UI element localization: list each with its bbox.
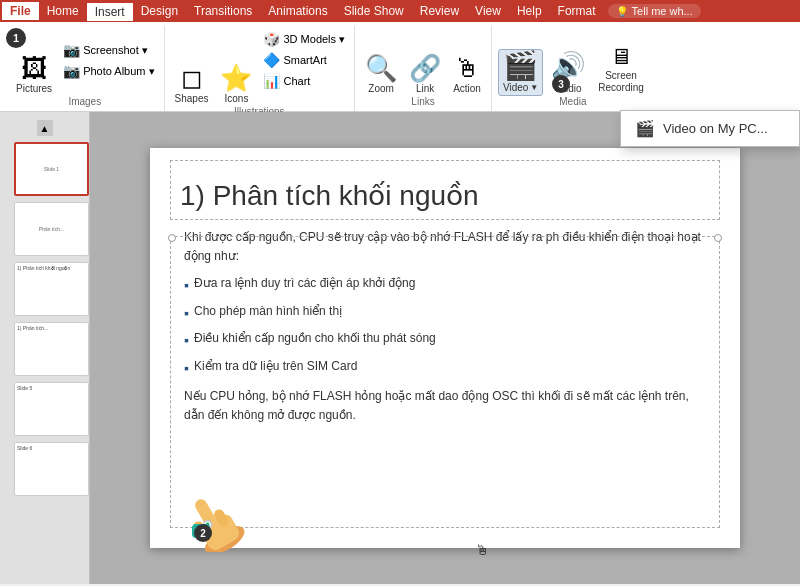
slide-intro: Khi được cấp nguồn, CPU sẽ truy cập vào … xyxy=(184,228,706,266)
slide-body: Khi được cấp nguồn, CPU sẽ truy cập vào … xyxy=(180,228,710,425)
screenshot-btn[interactable]: 📷 Screenshot ▾ xyxy=(60,41,157,59)
media-group: 3 🎬 Video ▼ 🔊 Audio 🖥 ScreenRecording Me… xyxy=(492,26,654,111)
slide-thumb-3[interactable]: 1) Phân tích khối nguồn 3 xyxy=(14,262,89,316)
step1-badge: 1 xyxy=(6,28,26,48)
bullet-4: ▪ Kiểm tra dữ liệu trên SIM Card xyxy=(184,357,706,379)
slide-thumb-4[interactable]: 1) Phân tích... 4 xyxy=(14,322,89,376)
video-dropdown: 🎬 Video on My PC... xyxy=(620,110,800,147)
icons-btn[interactable]: ⭐ Icons xyxy=(216,63,256,106)
menu-format[interactable]: Format xyxy=(550,2,604,20)
slide-footer: Nếu CPU hỏng, bộ nhớ FLASH hỏng hoặc mất… xyxy=(184,387,706,425)
slide-thumb-5[interactable]: Slide 5 5 xyxy=(14,382,89,436)
shapes-btn[interactable]: ◻ Shapes xyxy=(171,63,213,106)
chart-btn[interactable]: 📊 Chart xyxy=(260,72,348,90)
main-area: ▲ Slide 1 1 Phân tích... 2 1) Phân tích … xyxy=(0,112,800,584)
menu-insert[interactable]: Insert xyxy=(87,1,133,21)
illustrations-group: ◻ Shapes ⭐ Icons 🎲 3D Models ▾ 🔷 SmartAr… xyxy=(165,26,356,111)
pictures-btn[interactable]: 🖼 Pictures xyxy=(12,53,56,96)
canvas-area: 1) Phân tích khối nguồn Khi được cấp ngu… xyxy=(90,112,800,584)
bullet-1: ▪ Đưa ra lệnh duy trì các điện áp khởi đ… xyxy=(184,274,706,296)
smartart-btn[interactable]: 🔷 SmartArt xyxy=(260,51,348,69)
menu-home[interactable]: Home xyxy=(39,2,87,20)
bullet-2: ▪ Cho phép màn hình hiển thị xyxy=(184,302,706,324)
screen-recording-btn[interactable]: 🖥 ScreenRecording xyxy=(594,40,648,96)
menu-slideshow[interactable]: Slide Show xyxy=(336,2,412,20)
tell-me-box[interactable]: 💡 Tell me wh... xyxy=(608,4,701,18)
bullet-3: ▪ Điều khiển cấp nguồn cho khối thu phát… xyxy=(184,329,706,351)
video-btn[interactable]: 🎬 Video ▼ xyxy=(498,49,543,96)
images-group: 🖼 Pictures 📷 Screenshot ▾ 📷 Photo Album … xyxy=(6,26,165,111)
images-group-label: Images xyxy=(12,96,158,111)
slide-thumb-2[interactable]: Phân tích... 2 xyxy=(14,202,89,256)
slide-title: 1) Phân tích khối nguồn xyxy=(180,179,710,212)
menu-view[interactable]: View xyxy=(467,2,509,20)
menu-transitions[interactable]: Transitions xyxy=(186,2,260,20)
menu-animations[interactable]: Animations xyxy=(260,2,335,20)
zoom-btn[interactable]: 🔍 Zoom xyxy=(361,53,401,96)
slide-canvas: 1) Phân tích khối nguồn Khi được cấp ngu… xyxy=(150,148,740,548)
menu-help[interactable]: Help xyxy=(509,2,550,20)
slide-thumb-6[interactable]: Slide 6 6 xyxy=(14,442,89,496)
link-btn[interactable]: 🔗 Link xyxy=(405,53,445,96)
photoalbum-btn[interactable]: 📷 Photo Album ▾ xyxy=(60,62,157,80)
screenshot-photoalbum-col: 📷 Screenshot ▾ 📷 Photo Album ▾ xyxy=(60,41,157,96)
slide-panel: ▲ Slide 1 1 Phân tích... 2 1) Phân tích … xyxy=(0,112,90,584)
step3-badge: 3 xyxy=(552,75,570,93)
links-group-label: Links xyxy=(361,96,485,111)
menu-design[interactable]: Design xyxy=(133,2,186,20)
illustrations-small-col: 🎲 3D Models ▾ 🔷 SmartArt 📊 Chart xyxy=(260,30,348,106)
3dmodels-btn[interactable]: 🎲 3D Models ▾ xyxy=(260,30,348,48)
video-on-pc-item[interactable]: 🎬 Video on My PC... xyxy=(621,111,799,146)
slide-thumb-1[interactable]: Slide 1 1 xyxy=(14,142,89,196)
media-group-label: Media xyxy=(498,96,648,111)
menu-review[interactable]: Review xyxy=(412,2,467,20)
menu-file[interactable]: File xyxy=(2,2,39,20)
scroll-up-btn[interactable]: ▲ xyxy=(37,120,53,136)
action-btn[interactable]: 🖱 Action xyxy=(449,53,485,96)
links-group: 🔍 Zoom 🔗 Link 🖱 Action Links xyxy=(355,26,492,111)
